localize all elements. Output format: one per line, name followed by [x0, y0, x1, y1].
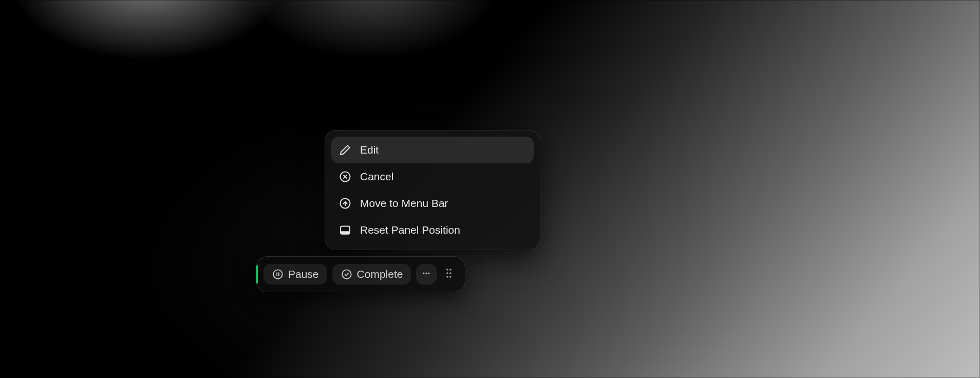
menu-item-label: Reset Panel Position: [360, 224, 460, 236]
check-circle-icon: [341, 268, 353, 280]
context-menu: Edit Cancel Move to Menu Bar: [325, 130, 540, 250]
svg-point-10: [342, 270, 351, 278]
more-button[interactable]: [416, 264, 437, 285]
menu-item-label: Cancel: [360, 171, 393, 183]
x-circle-icon: [338, 170, 352, 183]
menu-item-edit[interactable]: Edit: [331, 137, 534, 163]
svg-point-11: [423, 273, 425, 274]
panel-bottom-icon: [338, 223, 352, 237]
svg-point-14: [447, 269, 449, 271]
menu-item-move-to-menu-bar[interactable]: Move to Menu Bar: [331, 190, 534, 217]
grip-vertical-icon: [445, 268, 453, 281]
svg-point-19: [450, 276, 452, 278]
pencil-icon: [338, 143, 352, 157]
svg-point-15: [450, 269, 452, 271]
ellipsis-icon: [421, 268, 431, 280]
svg-point-13: [428, 273, 430, 274]
svg-point-17: [450, 272, 452, 274]
complete-button-label: Complete: [357, 268, 403, 280]
arrow-up-circle-icon: [338, 197, 352, 210]
menu-item-cancel[interactable]: Cancel: [331, 163, 534, 190]
pause-circle-icon: [272, 268, 284, 280]
menu-item-label: Move to Menu Bar: [360, 197, 448, 210]
svg-point-16: [447, 272, 449, 274]
menu-item-reset-panel-position[interactable]: Reset Panel Position: [331, 217, 534, 243]
complete-button[interactable]: Complete: [332, 264, 411, 285]
pause-button-label: Pause: [288, 268, 319, 280]
svg-point-7: [273, 270, 282, 278]
drag-handle[interactable]: [443, 264, 455, 285]
pause-button[interactable]: Pause: [263, 264, 327, 285]
menu-item-label: Edit: [360, 144, 379, 156]
svg-point-12: [426, 273, 427, 274]
control-panel: Pause Complete: [256, 256, 465, 292]
svg-point-18: [447, 276, 449, 278]
